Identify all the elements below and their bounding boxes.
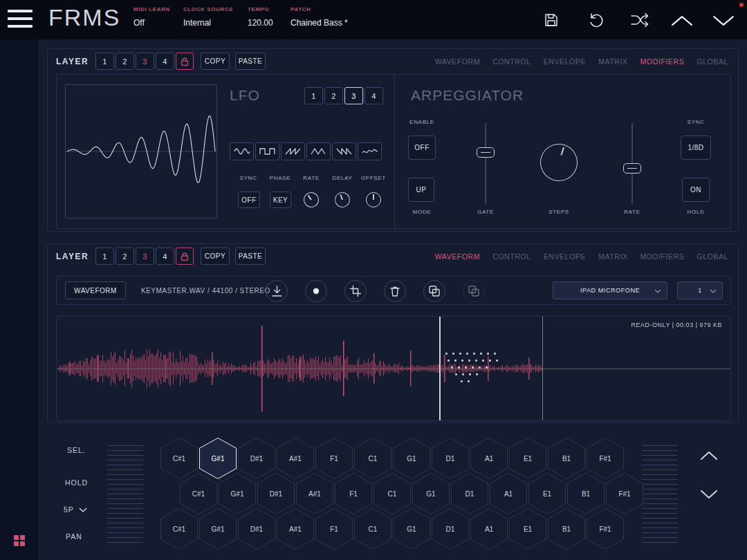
scale-select[interactable]: 5P — [64, 505, 87, 514]
lfo-shape-triangle-button[interactable] — [306, 142, 331, 160]
import-icon — [270, 284, 284, 298]
tab-waveform[interactable]: WAVEFORM — [435, 252, 480, 261]
paste-sample-button[interactable] — [463, 280, 485, 302]
layer-4-button[interactable]: 4 — [156, 53, 174, 70]
trash-icon — [388, 284, 402, 298]
arp-sync-button[interactable]: 1/8D — [681, 136, 711, 160]
octave-down-button[interactable] — [699, 486, 719, 503]
chevron-down-icon — [654, 289, 661, 293]
midi-learn-field[interactable]: MIDI LEARN Off — [133, 6, 170, 28]
copy-button[interactable]: COPY — [201, 248, 230, 265]
lfo-sync-button[interactable]: OFF — [238, 192, 260, 208]
sample-waveform-canvas[interactable] — [57, 317, 730, 420]
lfo-scope — [65, 84, 217, 218]
lfo-shape-square-button[interactable] — [255, 142, 279, 160]
hold-toggle[interactable]: HOLD — [65, 478, 88, 487]
tab-control[interactable]: CONTROL — [492, 57, 531, 66]
layer-lock-button[interactable] — [176, 248, 194, 265]
octave-up-button[interactable] — [699, 447, 719, 464]
input-device-select[interactable]: IPAD MICROFONE — [553, 281, 667, 299]
input-channel-select[interactable]: 1 — [677, 281, 723, 299]
paste-button[interactable]: PASTE — [235, 248, 266, 265]
randomize-button[interactable] — [627, 8, 652, 32]
recording-dot — [472, 366, 474, 368]
left-mod-ribbon[interactable] — [107, 445, 143, 546]
tab-modifiers[interactable]: MODIFIERS — [640, 252, 685, 261]
arp-rate-label: RATE — [624, 209, 640, 215]
arp-enable-button[interactable]: OFF — [408, 136, 436, 160]
tab-envelope[interactable]: ENVELOPE — [544, 57, 586, 66]
lfo-shape-saw-button[interactable] — [281, 142, 305, 160]
pan-control[interactable]: PAN — [66, 532, 82, 541]
sel-label: SEL. — [67, 446, 86, 454]
crop-sample-button[interactable] — [344, 280, 367, 302]
clock-source-field[interactable]: CLOCK SOURCE Internal — [183, 6, 233, 28]
lfo-shape-ramp-button[interactable] — [332, 142, 356, 160]
sample-waveform-display[interactable]: READ-ONLY | 00:03 | 979 KB — [56, 316, 731, 421]
recording-dot — [479, 366, 481, 368]
paste-button[interactable]: PASTE — [235, 53, 266, 70]
loop-marker[interactable] — [542, 317, 543, 420]
arp-rate-slider-handle[interactable] — [623, 163, 641, 174]
menu-button[interactable] — [8, 10, 33, 30]
lfo-offset-knob[interactable] — [366, 192, 381, 207]
delete-sample-button[interactable] — [384, 280, 406, 302]
arp-steps-knob[interactable] — [535, 139, 582, 186]
arp-gate-slider-handle[interactable] — [477, 147, 495, 158]
lfo-rate-knob[interactable] — [301, 189, 322, 211]
tab-global[interactable]: GLOBAL — [697, 252, 728, 261]
recording-dot — [475, 360, 477, 362]
lfo-shape-random-button[interactable] — [358, 142, 382, 160]
arp-mode-label: MODE — [413, 209, 432, 215]
lfo-shape-sine-button[interactable] — [230, 142, 254, 160]
patch-next-button[interactable] — [711, 8, 736, 32]
waveform-mode-button[interactable]: WAVEFORM — [65, 281, 126, 299]
layer-4-button[interactable]: 4 — [156, 248, 174, 265]
tab-control[interactable]: CONTROL — [492, 252, 531, 261]
panel-divider — [394, 75, 395, 228]
chevron-up-icon — [700, 451, 718, 460]
arp-gate-slider-track[interactable] — [485, 123, 486, 203]
lfo-1-button[interactable]: 1 — [304, 87, 323, 104]
playhead-marker[interactable] — [439, 317, 441, 420]
recording-dot — [473, 353, 475, 355]
sample-toolbar: WAVEFORM KEYMASTER.WAV / 44100 / STEREO … — [56, 276, 731, 305]
arp-hold-button[interactable]: ON — [682, 178, 710, 202]
recording-dot — [461, 360, 463, 362]
layer-2-button[interactable]: 2 — [116, 53, 134, 70]
lfo-phase-button[interactable]: KEY — [270, 192, 291, 208]
tab-envelope[interactable]: ENVELOPE — [544, 252, 586, 261]
recording-dot — [468, 380, 470, 382]
copy-sample-button[interactable] — [423, 280, 445, 302]
layer-lock-button[interactable] — [176, 53, 194, 70]
lfo-2-button[interactable]: 2 — [324, 87, 343, 104]
copy-button[interactable]: COPY — [201, 53, 230, 70]
arp-mode-button[interactable]: UP — [408, 178, 434, 202]
lfo-offset-label: OFFSET — [361, 175, 386, 181]
import-sample-button[interactable] — [266, 280, 288, 302]
right-mod-ribbon[interactable] — [642, 445, 678, 546]
layer-1-button[interactable]: 1 — [95, 248, 114, 265]
tab-matrix[interactable]: MATRIX — [598, 57, 628, 66]
tab-modifiers[interactable]: MODIFIERS — [640, 57, 685, 66]
layer-label: LAYER — [56, 252, 89, 261]
chevron-down-icon — [710, 289, 717, 293]
undo-button[interactable] — [583, 8, 608, 32]
paste-icon — [467, 284, 481, 298]
recording-dot — [480, 353, 482, 355]
tempo-field[interactable]: TEMPO 120.00 — [248, 6, 273, 28]
tab-waveform[interactable]: WAVEFORM — [435, 57, 480, 66]
layer-2-button[interactable]: 2 — [116, 248, 134, 265]
patch-field[interactable]: PATCH Chained Bass * — [290, 6, 348, 28]
layer-1-button[interactable]: 1 — [95, 53, 114, 70]
tab-matrix[interactable]: MATRIX — [598, 252, 628, 261]
lfo-delay-knob[interactable] — [333, 190, 352, 209]
tab-global[interactable]: GLOBAL — [697, 57, 728, 66]
record-sample-button[interactable] — [305, 280, 327, 302]
lfo-3-button[interactable]: 3 — [344, 87, 363, 104]
layer-3-button[interactable]: 3 — [136, 53, 154, 70]
patch-previous-button[interactable] — [670, 8, 694, 32]
lfo-4-button[interactable]: 4 — [365, 87, 383, 104]
layer-3-button[interactable]: 3 — [136, 248, 154, 265]
save-button[interactable] — [539, 8, 564, 32]
